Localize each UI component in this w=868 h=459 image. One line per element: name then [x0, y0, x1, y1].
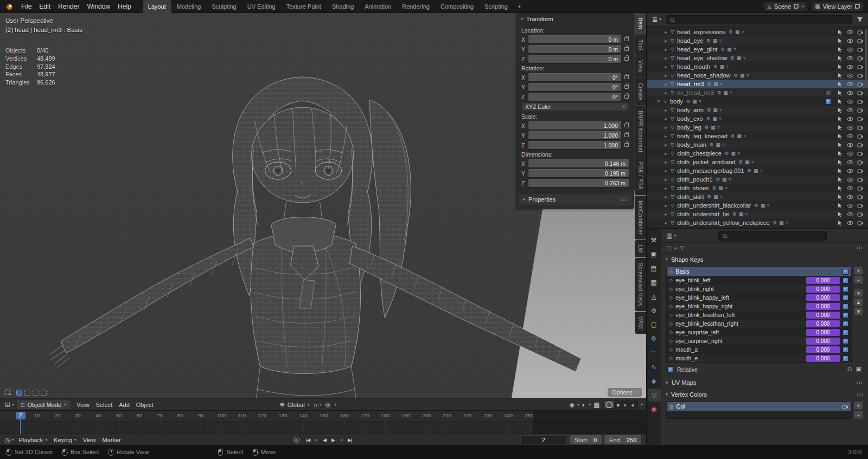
viewport-menu[interactable]: Select — [93, 399, 116, 411]
workspace-tab[interactable]: Texture Paint — [281, 0, 327, 13]
topbar-menu[interactable]: Render — [54, 0, 83, 13]
transform-panel-header[interactable]: ▾ Transform — [516, 13, 634, 25]
pin-icon[interactable]: ⊙ — [847, 366, 852, 373]
shape-key-value-field[interactable]: 0.000 — [806, 294, 840, 301]
outliner-row[interactable]: ▸ ▽ body ⚙ ▦ ▿ — [647, 97, 868, 106]
outliner-row[interactable]: ▸ ▽ head_eye_glint ⚙ ▦ ▿ — [647, 45, 868, 54]
workspace-tab[interactable]: Animation — [359, 0, 397, 13]
selectable-toggle-icon[interactable] — [837, 81, 843, 87]
selectable-toggle-icon[interactable] — [837, 142, 843, 148]
scale-value-field[interactable]: 1.000 — [528, 121, 621, 130]
options-dropdown[interactable]: Options ▾ — [608, 388, 642, 397]
render-camera-toggle-icon[interactable] — [857, 168, 864, 174]
lock-icon[interactable] — [624, 124, 629, 127]
shape-key-row[interactable]: ◇ eye_blink_right 0.000 — [667, 285, 851, 293]
expand-arrow-icon[interactable]: ▸ — [663, 108, 669, 113]
properties-tab[interactable]: ▦ — [647, 276, 661, 289]
render-camera-toggle-icon[interactable] — [857, 90, 864, 96]
panel-drag-grip[interactable] — [857, 393, 863, 396]
shape-key-mute-checkbox[interactable] — [843, 295, 848, 301]
expand-arrow-icon[interactable]: ▸ — [663, 143, 669, 147]
render-camera-toggle-icon[interactable] — [857, 73, 864, 79]
properties-tab[interactable]: ◬ — [647, 290, 661, 303]
transport-button[interactable]: » — [339, 437, 343, 443]
selectable-toggle-icon[interactable] — [837, 177, 843, 183]
workspace-tab[interactable]: Scripting — [479, 0, 513, 13]
timeline-menu[interactable]: Playback ▾ — [16, 434, 51, 446]
selectable-toggle-icon[interactable] — [837, 99, 843, 105]
render-camera-toggle-icon[interactable] — [857, 211, 864, 217]
expand-arrow-icon[interactable]: ▸ — [663, 203, 669, 208]
hide-eye-toggle-icon[interactable] — [847, 29, 853, 35]
outliner-row[interactable]: ▸ ▽ body_leg_kneepad ⚙ ▦ ▿ — [647, 132, 868, 140]
viewport-menu[interactable]: View — [73, 399, 93, 411]
start-frame-field[interactable]: Start 0 — [570, 435, 602, 444]
workspace-tab[interactable]: Compositing — [435, 0, 479, 13]
dimension-value-field[interactable]: 0.195 m — [528, 169, 629, 177]
render-camera-toggle-icon[interactable] — [857, 133, 864, 139]
sidebar-tab[interactable]: Screencast Keys — [635, 258, 646, 311]
render-camera-toggle-icon[interactable] — [857, 203, 864, 209]
shape-key-mute-checkbox[interactable] — [843, 347, 848, 353]
shading-mode-button[interactable]: ◯ — [604, 401, 614, 408]
current-frame-marker[interactable]: 2 — [16, 412, 25, 419]
render-camera-toggle-icon[interactable] — [857, 220, 864, 226]
hide-eye-toggle-icon[interactable] — [847, 177, 853, 183]
vertex-colors-panel-header[interactable]: ▾ Vertex Colors — [661, 389, 868, 400]
properties-tab[interactable]: ∵ — [647, 346, 661, 359]
selectable-toggle-icon[interactable] — [837, 194, 843, 200]
topbar-menu[interactable]: Edit — [35, 0, 54, 13]
outliner-search[interactable] — [666, 15, 852, 24]
hide-eye-toggle-icon[interactable] — [847, 81, 853, 87]
topbar-menu[interactable]: File — [17, 0, 35, 13]
outliner-row[interactable]: ▸ ▽ cloth_skirt ⚙ ▦ ▿ — [647, 192, 868, 201]
expand-arrow-icon[interactable]: ▸ — [663, 73, 669, 78]
shape-key-row[interactable]: ◇ eye_blink_left 0.000 — [667, 276, 851, 285]
expand-arrow-icon[interactable]: ▸ — [663, 160, 669, 165]
hide-eye-toggle-icon[interactable] — [847, 203, 853, 209]
new-scene-button[interactable] — [794, 4, 799, 9]
workspace-tab[interactable]: Modeling — [171, 0, 207, 13]
expand-arrow-icon[interactable]: ▸ — [663, 38, 669, 43]
properties-search-input[interactable] — [730, 232, 822, 239]
hide-eye-toggle-icon[interactable] — [847, 38, 853, 44]
timeline-editor[interactable]: 1020304050607080901001101201301401501601… — [0, 410, 646, 445]
hide-eye-toggle-icon[interactable] — [847, 151, 853, 157]
location-value-field[interactable]: 0 m — [528, 55, 621, 63]
shape-key-mute-checkbox[interactable] — [843, 277, 848, 283]
lock-icon[interactable] — [624, 75, 629, 79]
end-frame-field[interactable]: End 250 — [604, 435, 641, 444]
panel-drag-grip[interactable] — [857, 247, 863, 249]
viewport-menu[interactable]: Add — [116, 399, 133, 411]
hide-eye-toggle-icon[interactable] — [847, 185, 853, 191]
outliner-row[interactable]: ▸ ▽ head_eye ⚙ ▦ ▿ — [647, 36, 868, 45]
list-button[interactable]: ▼ — [854, 307, 863, 315]
sidebar-tab[interactable]: Create — [635, 78, 646, 105]
panel-drag-grip[interactable] — [857, 382, 863, 384]
hide-eye-toggle-icon[interactable] — [847, 159, 853, 165]
properties-tab[interactable]: ⊕ — [647, 304, 661, 317]
render-camera-toggle-icon[interactable] — [857, 64, 864, 70]
shape-key-row[interactable]: ◇ mouth_a 0.000 — [667, 345, 851, 354]
overlays-toggle[interactable]: ◐ — [582, 401, 586, 409]
properties-tab[interactable]: ▽ — [648, 389, 661, 402]
shape-key-row[interactable]: ◇ eye_surprise_right 0.000 — [667, 337, 851, 345]
blender-logo-icon[interactable] — [4, 2, 13, 11]
hide-eye-toggle-icon[interactable] — [847, 47, 853, 53]
new-view-layer-button[interactable] — [855, 4, 860, 9]
select-mode-set[interactable] — [16, 390, 22, 396]
render-camera-toggle-icon[interactable] — [857, 99, 864, 105]
timeline-editor-type-button[interactable]: ◷ ▾ — [3, 436, 16, 444]
outliner-row[interactable]: ▸ ▽ head_mouth ⚙ ▦ ▿ — [647, 62, 868, 71]
shape-key-row[interactable]: ◇ eye_blink_lessthan_right 0.000 — [667, 319, 851, 328]
selectable-toggle-icon[interactable] — [837, 133, 843, 139]
shape-key-row[interactable]: ◇ eye_blink_happy_right 0.000 — [667, 302, 851, 311]
backdrop-plane[interactable] — [509, 190, 646, 410]
scale-value-field[interactable]: 1.000 — [528, 141, 621, 149]
expand-arrow-icon[interactable]: ▸ — [663, 212, 669, 217]
list-button[interactable]: − — [854, 411, 863, 419]
delete-scene-button[interactable]: × — [801, 4, 804, 9]
shape-key-value-field[interactable]: 0.000 — [806, 338, 840, 345]
outliner-row[interactable]: ▸ ▽ cloth_undershirt_yellow_neckpiece ⚙ … — [647, 218, 868, 227]
selectable-toggle-icon[interactable] — [837, 64, 843, 70]
